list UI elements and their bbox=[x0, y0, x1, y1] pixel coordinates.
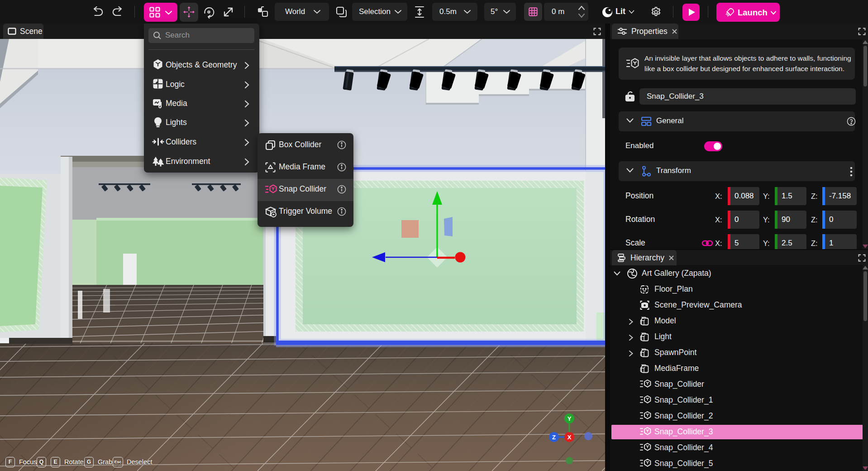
svg-text:X: X bbox=[568, 434, 572, 441]
svg-text:Y: Y bbox=[568, 415, 572, 422]
svg-text:Z: Z bbox=[552, 434, 556, 441]
